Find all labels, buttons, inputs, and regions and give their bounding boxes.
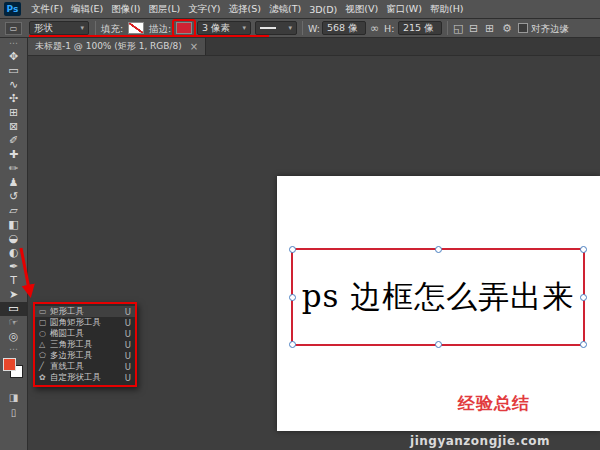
document-tab[interactable]: 未标题-1 @ 100% (矩形 1, RGB/8) × [28, 38, 206, 55]
foreground-color-swatch[interactable] [3, 358, 16, 371]
stroke-type-select[interactable]: ▾ [255, 21, 297, 35]
gradient-tool[interactable]: ◧ [0, 218, 27, 232]
menu-file[interactable]: 文件(F) [27, 3, 67, 16]
align-edges-checkbox[interactable] [518, 23, 528, 33]
path-operations-icon[interactable]: ◱ [453, 21, 463, 36]
menu-image[interactable]: 图像(I) [107, 3, 144, 16]
transform-handle[interactable] [289, 341, 296, 348]
canvas-area[interactable]: ps 边框怎么弄出来 经验总结 jingyanzongjie.com [28, 56, 600, 450]
menu-help[interactable]: 帮助(H) [426, 3, 468, 16]
menu-filter[interactable]: 滤镜(T) [265, 3, 305, 16]
rounded-rectangle-icon: ▢ [39, 318, 50, 327]
gear-icon[interactable]: ⚙ [502, 21, 512, 36]
popup-line-tool[interactable]: ╱ 直线工具 U [35, 361, 135, 372]
tool-mode-select[interactable]: 形状 ▾ [29, 21, 89, 35]
tool-bar: ⋯ ✥ ▭ ∿ ✣ ⊞ ⊠ ✐ ✚ ✏ ♟ ↺ ▱ ◧ ◒ ◐ ✒ T ➤ ▭ … [0, 38, 28, 450]
shape-rectangle[interactable]: ps 边框怎么弄出来 [291, 248, 585, 346]
quick-mask-icon[interactable]: ◨ [0, 390, 27, 405]
width-input[interactable]: 568 像 [322, 21, 366, 35]
height-label: H: [384, 23, 394, 34]
close-icon[interactable]: × [190, 41, 198, 52]
dodge-tool[interactable]: ◐ [0, 246, 27, 260]
screen-mode-icon[interactable]: ▯ [0, 405, 27, 420]
height-value: 215 像 [403, 22, 434, 35]
hand-tool[interactable]: ☞ [0, 316, 27, 330]
menu-type[interactable]: 文字(Y) [184, 3, 224, 16]
edit-toolbar-icon[interactable]: ⋯ [0, 344, 27, 356]
type-tool[interactable]: T [0, 274, 27, 288]
options-bar: ▭ 形状 ▾ 填充: 描边: 3 像素 ▾ ▾ W: 568 像 ∞ H: 21… [0, 19, 600, 38]
ellipse-icon: ○ [39, 329, 50, 338]
popup-triangle-tool[interactable]: △ 三角形工具 U [35, 339, 135, 350]
line-style-preview [260, 27, 276, 29]
brush-tool[interactable]: ✏ [0, 162, 27, 176]
popup-item-shortcut: U [125, 318, 131, 328]
color-swatches [0, 356, 27, 390]
popup-item-shortcut: U [125, 307, 131, 317]
pen-tool[interactable]: ✒ [0, 260, 27, 274]
annotation-underline [29, 35, 269, 37]
fill-color-swatch[interactable] [128, 22, 144, 34]
rectangle-tool[interactable]: ▭ [0, 302, 27, 316]
tab-bar: 未标题-1 @ 100% (矩形 1, RGB/8) × [28, 38, 600, 56]
shape-tools-flyout: ▭ 矩形工具 U ▢ 圆角矩形工具 U ○ 椭圆工具 U △ 三角形工具 U ⬠… [33, 302, 137, 387]
transform-handle[interactable] [580, 294, 587, 301]
stroke-width-select[interactable]: 3 像素 ▾ [197, 21, 251, 35]
clone-stamp-tool[interactable]: ♟ [0, 176, 27, 190]
eraser-tool[interactable]: ▱ [0, 204, 27, 218]
separator [95, 21, 96, 35]
toolbar-overflow-icon[interactable]: ⋯ [0, 38, 27, 50]
popup-item-shortcut: U [125, 362, 131, 372]
width-value: 568 像 [327, 22, 358, 35]
align-edges-label: 对齐边缘 [531, 23, 569, 36]
marquee-tool[interactable]: ▭ [0, 64, 27, 78]
popup-item-shortcut: U [125, 329, 131, 339]
blur-tool[interactable]: ◒ [0, 232, 27, 246]
eyedropper-tool[interactable]: ✐ [0, 134, 27, 148]
move-tool[interactable]: ✥ [0, 50, 27, 64]
quick-selection-tool[interactable]: ✣ [0, 92, 27, 106]
photoshop-app: Ps 文件(F) 编辑(E) 图像(I) 图层(L) 文字(Y) 选择(S) 滤… [0, 0, 600, 450]
crop-tool[interactable]: ⊞ [0, 106, 27, 120]
photoshop-logo-icon: Ps [4, 2, 21, 16]
transform-handle[interactable] [289, 294, 296, 301]
popup-polygon-tool[interactable]: ⬠ 多边形工具 U [35, 350, 135, 361]
menu-edit[interactable]: 编辑(E) [67, 3, 107, 16]
lasso-tool[interactable]: ∿ [0, 78, 27, 92]
transform-handle[interactable] [435, 246, 442, 253]
healing-brush-tool[interactable]: ✚ [0, 148, 27, 162]
chevron-down-icon: ▾ [242, 24, 246, 32]
path-alignment-icon[interactable]: ⊟ [469, 21, 478, 36]
path-selection-tool[interactable]: ➤ [0, 288, 27, 302]
menu-layer[interactable]: 图层(L) [145, 3, 185, 16]
transform-handle[interactable] [580, 246, 587, 253]
history-brush-tool[interactable]: ↺ [0, 190, 27, 204]
menu-view[interactable]: 视图(V) [341, 3, 382, 16]
popup-rounded-rectangle-tool[interactable]: ▢ 圆角矩形工具 U [35, 317, 135, 328]
popup-item-label: 自定形状工具 [50, 372, 121, 384]
menu-window[interactable]: 窗口(W) [382, 3, 426, 16]
popup-rectangle-tool[interactable]: ▭ 矩形工具 U [35, 306, 135, 317]
popup-custom-shape-tool[interactable]: ✿ 自定形状工具 U [35, 372, 135, 383]
watermark-title: 经验总结 [458, 392, 530, 415]
watermark-url: jingyanzongjie.com [410, 434, 550, 448]
path-arrangement-icon[interactable]: ⊞ [485, 21, 494, 36]
zoom-tool[interactable]: ◎ [0, 330, 27, 344]
stroke-width-value: 3 像素 [202, 22, 230, 35]
link-dimensions-icon[interactable]: ∞ [370, 21, 379, 36]
transform-handle[interactable] [289, 246, 296, 253]
popup-ellipse-tool[interactable]: ○ 椭圆工具 U [35, 328, 135, 339]
width-label: W: [308, 23, 320, 34]
document-canvas[interactable]: ps 边框怎么弄出来 经验总结 [277, 176, 600, 431]
menu-3d[interactable]: 3D(D) [305, 4, 341, 15]
chevron-down-icon: ▾ [288, 24, 292, 32]
transform-handle[interactable] [580, 341, 587, 348]
menu-select[interactable]: 选择(S) [224, 3, 264, 16]
frame-tool[interactable]: ⊠ [0, 120, 27, 134]
transform-handle[interactable] [435, 341, 442, 348]
triangle-icon: △ [39, 340, 50, 349]
tab-title: 未标题-1 @ 100% (矩形 1, RGB/8) [35, 40, 182, 53]
document-text: ps 边框怎么弄出来 [302, 276, 575, 318]
tool-mode-value: 形状 [34, 22, 53, 35]
height-input[interactable]: 215 像 [398, 21, 442, 35]
